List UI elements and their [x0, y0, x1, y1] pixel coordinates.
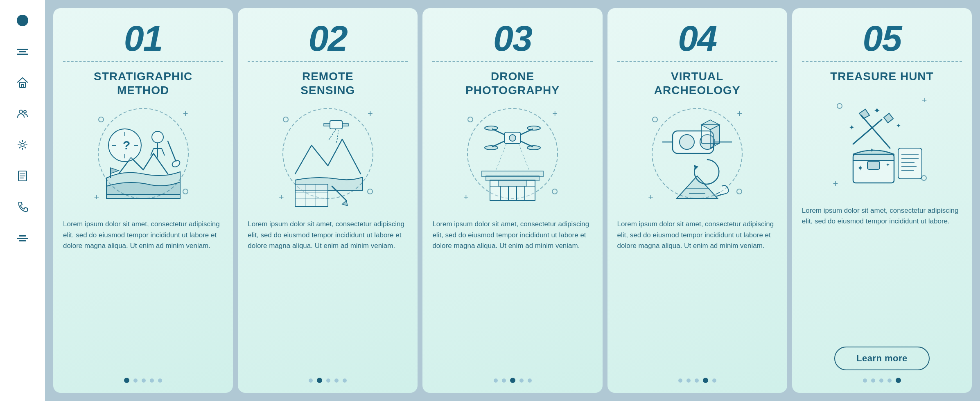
- dot: [712, 378, 716, 383]
- card-4-dots: [678, 378, 716, 383]
- dot: [871, 378, 875, 383]
- card-2-divider: [248, 61, 408, 62]
- card-3: 03 DRONEPHOTOGRAPHY + +: [422, 8, 602, 393]
- dot: [678, 378, 682, 383]
- svg-point-17: [152, 131, 163, 143]
- card-3-dots: [494, 378, 532, 383]
- circle-marker: [921, 175, 927, 181]
- users-icon[interactable]: [14, 106, 31, 122]
- plus-marker: +: [94, 192, 99, 203]
- svg-line-22: [168, 141, 176, 162]
- svg-point-4: [24, 110, 26, 113]
- sidebar: [0, 0, 45, 401]
- dashes-icon: [14, 43, 31, 60]
- card-3-title: DRONEPHOTOGRAPHY: [465, 70, 560, 97]
- learn-more-button[interactable]: Learn more: [834, 347, 930, 370]
- card-1-number: 01: [124, 20, 163, 56]
- card-2-title: REMOTESENSING: [300, 70, 355, 97]
- svg-rect-82: [898, 148, 922, 179]
- svg-rect-29: [342, 124, 348, 126]
- card-5-body: Lorem ipsum dolor sit amet, consectetur …: [802, 205, 962, 341]
- svg-text:✦: ✦: [849, 124, 854, 131]
- svg-point-48: [509, 135, 516, 141]
- card-5-number: 05: [863, 20, 901, 56]
- settings-icon[interactable]: [14, 137, 31, 153]
- dot: [309, 378, 313, 383]
- plus-marker: +: [368, 108, 373, 119]
- card-4-illustration: + +: [644, 104, 750, 211]
- card-1-title: STRATIGRAPHICMETHOD: [94, 70, 192, 97]
- svg-marker-71: [677, 176, 718, 198]
- svg-marker-36: [342, 200, 348, 206]
- svg-text:?: ?: [123, 138, 130, 152]
- svg-text:✦: ✦: [896, 122, 901, 129]
- svg-point-3: [19, 110, 23, 113]
- card-5-illustration: + + ✦ ✦ ✦: [829, 91, 935, 197]
- svg-rect-27: [330, 121, 342, 129]
- circle-marker: [98, 117, 104, 122]
- svg-rect-2: [21, 85, 24, 88]
- dot: [879, 378, 883, 383]
- dot: [695, 378, 699, 383]
- dot: [317, 378, 322, 383]
- plus-marker: +: [648, 192, 653, 203]
- card-4-divider: [617, 61, 777, 62]
- plus-marker: +: [833, 178, 838, 189]
- circle-icon[interactable]: [14, 12, 31, 29]
- circle-marker: [367, 189, 373, 194]
- dot: [510, 378, 515, 383]
- dot: [343, 378, 347, 383]
- card-4: 04 VIRTUALARCHEOLOGY + +: [607, 8, 787, 393]
- plus-marker: +: [737, 108, 742, 119]
- card-4-body: Lorem ipsum dolor sit amet, consectetur …: [617, 219, 777, 370]
- dot: [124, 378, 129, 383]
- dot: [326, 378, 330, 383]
- svg-point-5: [21, 143, 24, 146]
- svg-text:✦: ✦: [874, 106, 881, 115]
- dot: [887, 378, 892, 383]
- card-1-body: Lorem ipsum dolor sit amet, consectetur …: [63, 219, 223, 370]
- home-icon[interactable]: [14, 74, 31, 91]
- plus-marker: +: [552, 108, 558, 119]
- svg-rect-78: [867, 161, 880, 169]
- circle-marker: [837, 103, 842, 109]
- dot: [150, 378, 154, 383]
- card-1: 01 STRATIGRAPHICMETHOD + +: [53, 8, 233, 393]
- dot: [142, 378, 146, 383]
- svg-point-0: [17, 15, 28, 26]
- dot: [158, 378, 162, 383]
- svg-line-21: [162, 149, 165, 155]
- card-2: 02 REMOTESENSING + +: [238, 8, 418, 393]
- circle-marker: [183, 189, 188, 194]
- svg-point-46: [485, 146, 498, 150]
- svg-point-63: [680, 135, 694, 149]
- dot: [494, 378, 498, 383]
- card-2-dots: [309, 378, 347, 383]
- svg-marker-25: [111, 168, 119, 173]
- svg-text:✦: ✦: [869, 147, 874, 153]
- main-content: 01 STRATIGRAPHICMETHOD + +: [45, 0, 980, 401]
- card-3-divider: [432, 61, 592, 62]
- card-5-title: TREASURE HUNT: [830, 70, 934, 83]
- plus-marker: +: [922, 95, 927, 106]
- card-1-divider: [63, 61, 223, 62]
- svg-point-23: [171, 159, 181, 168]
- card-5-divider: [802, 61, 962, 62]
- card-2-number: 02: [309, 20, 347, 56]
- document-icon[interactable]: [14, 168, 31, 184]
- card-1-illustration: + + ?: [90, 104, 196, 211]
- card-5-dots: [863, 378, 901, 383]
- dashes2-icon: [14, 230, 31, 246]
- circle-marker: [283, 117, 289, 122]
- dot: [896, 378, 901, 383]
- card-3-body: Lorem ipsum dolor sit amet, consectetur …: [432, 219, 592, 370]
- phone-icon[interactable]: [14, 199, 31, 215]
- card-3-number: 03: [493, 20, 532, 56]
- svg-text:✦: ✦: [886, 162, 890, 168]
- plus-marker: +: [279, 192, 284, 203]
- svg-point-44: [485, 126, 498, 130]
- card-1-dots: [124, 378, 162, 383]
- card-4-title: VIRTUALARCHEOLOGY: [654, 70, 741, 97]
- dot: [519, 378, 524, 383]
- plus-marker: +: [463, 192, 469, 203]
